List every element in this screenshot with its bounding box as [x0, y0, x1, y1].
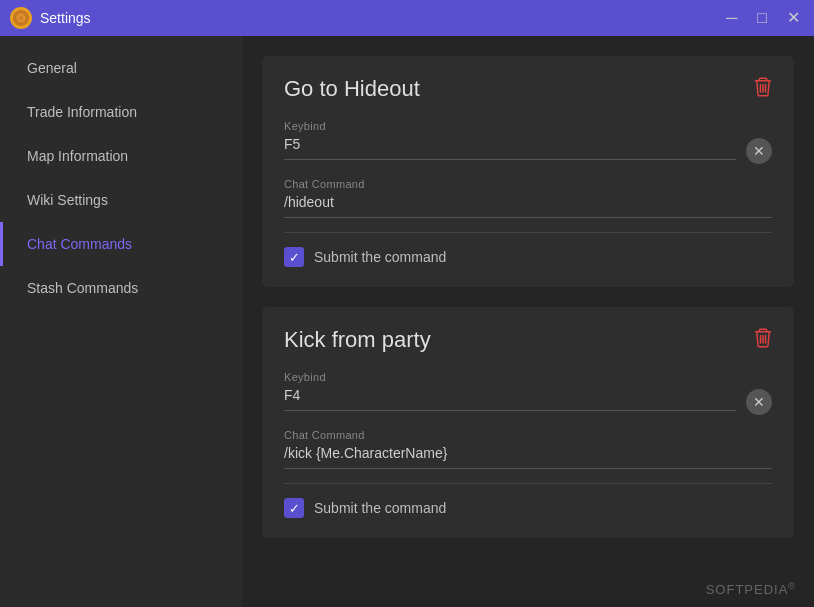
close-button[interactable]: ✕	[783, 8, 804, 28]
sidebar-item-wiki-settings[interactable]: Wiki Settings	[0, 178, 242, 222]
sidebar-item-trade-information[interactable]: Trade Information	[0, 90, 242, 134]
delete-kick-from-party-button[interactable]	[754, 328, 772, 353]
minimize-button[interactable]: ─	[722, 8, 741, 28]
keybind-input-wrap-kick: Keybind F4	[284, 371, 736, 411]
keybind-input-wrap-hideout: Keybind F5	[284, 120, 736, 160]
titlebar: Settings ─ □ ✕	[0, 0, 814, 36]
card-kick-from-party: Kick from party Keybind F4 ✕ Chat C	[262, 307, 794, 538]
divider-hideout	[284, 232, 772, 233]
keybind-row-hideout: Keybind F5 ✕	[284, 120, 772, 164]
keybind-value-kick[interactable]: F4	[284, 387, 736, 411]
keybind-field-kick: Keybind F4 ✕	[284, 371, 772, 415]
submit-checkbox-kick[interactable]	[284, 498, 304, 518]
card-header-go-to-hideout: Go to Hideout	[284, 76, 772, 102]
clear-keybind-hideout-button[interactable]: ✕	[746, 138, 772, 164]
submit-checkbox-row-kick: Submit the command	[284, 498, 772, 518]
maximize-button[interactable]: □	[753, 8, 771, 28]
divider-kick	[284, 483, 772, 484]
watermark: SOFTPEDIA®	[706, 581, 796, 597]
delete-go-to-hideout-button[interactable]	[754, 77, 772, 102]
submit-checkbox-label-hideout: Submit the command	[314, 249, 446, 265]
submit-checkbox-label-kick: Submit the command	[314, 500, 446, 516]
window-title: Settings	[40, 10, 722, 26]
sidebar: General Trade Information Map Informatio…	[0, 36, 242, 607]
card-title-kick-from-party: Kick from party	[284, 327, 431, 353]
sidebar-item-chat-commands[interactable]: Chat Commands	[0, 222, 242, 266]
keybind-label-kick: Keybind	[284, 371, 736, 383]
card-title-go-to-hideout: Go to Hideout	[284, 76, 420, 102]
card-header-kick-from-party: Kick from party	[284, 327, 772, 353]
chat-command-label-kick: Chat Command	[284, 429, 772, 441]
content-area: Go to Hideout Keybind F5 ✕ Chat Com	[242, 36, 814, 607]
submit-checkbox-row-hideout: Submit the command	[284, 247, 772, 267]
app-icon	[10, 7, 32, 29]
window-controls: ─ □ ✕	[722, 8, 804, 28]
sidebar-item-stash-commands[interactable]: Stash Commands	[0, 266, 242, 310]
chat-command-value-hideout[interactable]: /hideout	[284, 194, 772, 218]
clear-keybind-kick-button[interactable]: ✕	[746, 389, 772, 415]
sidebar-item-general[interactable]: General	[0, 46, 242, 90]
keybind-label-hideout: Keybind	[284, 120, 736, 132]
card-go-to-hideout: Go to Hideout Keybind F5 ✕ Chat Com	[262, 56, 794, 287]
chat-command-label-hideout: Chat Command	[284, 178, 772, 190]
chat-command-field-kick: Chat Command /kick {Me.CharacterName}	[284, 429, 772, 469]
chat-command-value-kick[interactable]: /kick {Me.CharacterName}	[284, 445, 772, 469]
keybind-value-hideout[interactable]: F5	[284, 136, 736, 160]
submit-checkbox-hideout[interactable]	[284, 247, 304, 267]
svg-point-2	[19, 16, 23, 20]
chat-command-field-hideout: Chat Command /hideout	[284, 178, 772, 218]
keybind-row-kick: Keybind F4 ✕	[284, 371, 772, 415]
main-layout: General Trade Information Map Informatio…	[0, 36, 814, 607]
sidebar-item-map-information[interactable]: Map Information	[0, 134, 242, 178]
keybind-field-hideout: Keybind F5 ✕	[284, 120, 772, 164]
